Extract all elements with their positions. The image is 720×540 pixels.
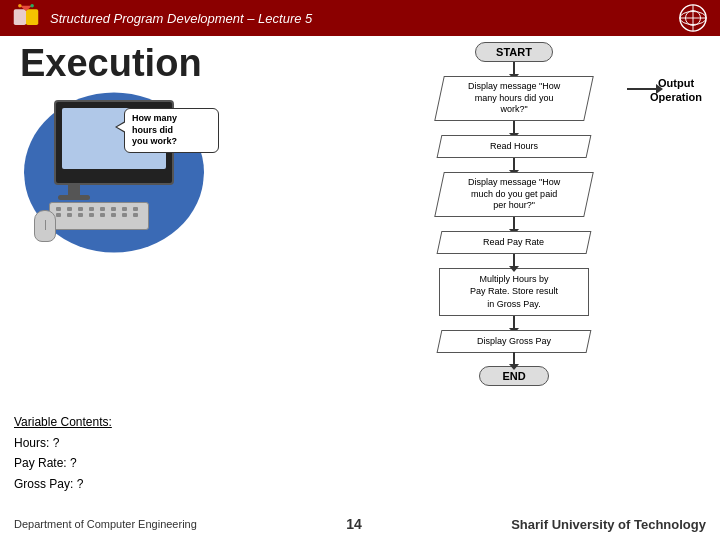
key bbox=[89, 207, 94, 211]
footer-dept: Department of Computer Engineering bbox=[14, 518, 197, 530]
right-section: Output Operation START Display message "… bbox=[404, 42, 704, 386]
page-title: Execution bbox=[20, 44, 202, 82]
fc-step5-multiply: Multiply Hours by Pay Rate. Store result… bbox=[439, 268, 589, 316]
variable-contents: Variable Contents: Hours: ? Pay Rate: ? … bbox=[14, 412, 112, 494]
variable-label: Variable Contents: bbox=[14, 412, 112, 432]
fc-step3-display: Display message "How much do you get pai… bbox=[434, 172, 594, 217]
key bbox=[111, 207, 116, 211]
key bbox=[100, 213, 105, 217]
header-left: Structured Program Development – Lecture… bbox=[12, 4, 312, 32]
fc-arrow-5 bbox=[513, 254, 515, 268]
fc-arrow-4 bbox=[513, 217, 515, 231]
flowchart: START Display message "How many hours di… bbox=[414, 42, 614, 386]
key bbox=[67, 213, 72, 217]
keyboard-keys bbox=[50, 203, 148, 221]
output-op-arrow bbox=[627, 84, 663, 94]
key bbox=[67, 207, 72, 211]
speech-bubble: How many hours did you work? bbox=[124, 108, 219, 153]
keyboard bbox=[49, 202, 149, 230]
variable-hours: Hours: ? bbox=[14, 433, 112, 453]
header-logo-icon bbox=[12, 4, 40, 32]
monitor-base bbox=[58, 195, 90, 200]
key bbox=[78, 207, 83, 211]
computer-area: How many hours did you work? bbox=[14, 80, 214, 280]
mouse bbox=[34, 210, 56, 242]
key bbox=[133, 213, 138, 217]
fc-step4-read-pay-rate: Read Pay Rate bbox=[437, 231, 592, 254]
svg-point-4 bbox=[30, 4, 34, 8]
key bbox=[89, 213, 94, 217]
key bbox=[78, 213, 83, 217]
mouse-button-line bbox=[45, 220, 46, 230]
university-logo-icon bbox=[678, 3, 708, 33]
fc-start: START bbox=[475, 42, 553, 62]
left-section: How many hours did you work? bbox=[14, 80, 224, 280]
key bbox=[111, 213, 116, 217]
fc-step1-display: Display message "How many hours did you … bbox=[434, 76, 594, 121]
fc-step1-container: Display message "How many hours did you … bbox=[439, 76, 589, 121]
key bbox=[122, 207, 127, 211]
fc-arrow-6 bbox=[513, 316, 515, 330]
fc-arrow-3 bbox=[513, 158, 515, 172]
footer-university: Sharif University of Technology bbox=[511, 517, 706, 532]
svg-point-3 bbox=[18, 4, 22, 8]
main-content: Execution bbox=[0, 36, 720, 540]
key bbox=[56, 207, 61, 211]
fc-arrow-1 bbox=[513, 62, 515, 76]
variable-pay-rate: Pay Rate: ? bbox=[14, 453, 112, 473]
key bbox=[133, 207, 138, 211]
header-title: Structured Program Development – Lecture… bbox=[50, 11, 312, 26]
key bbox=[56, 213, 61, 217]
variable-gross-pay: Gross Pay: ? bbox=[14, 474, 112, 494]
fc-step2-read-hours: Read Hours bbox=[437, 135, 592, 158]
fc-arrow-2 bbox=[513, 121, 515, 135]
svg-rect-1 bbox=[26, 9, 38, 25]
fc-step6-display-gross: Display Gross Pay bbox=[437, 330, 592, 353]
header: Structured Program Development – Lecture… bbox=[0, 0, 720, 36]
fc-arrow-7 bbox=[513, 352, 515, 366]
key bbox=[122, 213, 127, 217]
footer-page-number: 14 bbox=[346, 516, 362, 532]
footer: Department of Computer Engineering 14 Sh… bbox=[14, 516, 706, 532]
key bbox=[100, 207, 105, 211]
svg-rect-0 bbox=[14, 9, 26, 25]
